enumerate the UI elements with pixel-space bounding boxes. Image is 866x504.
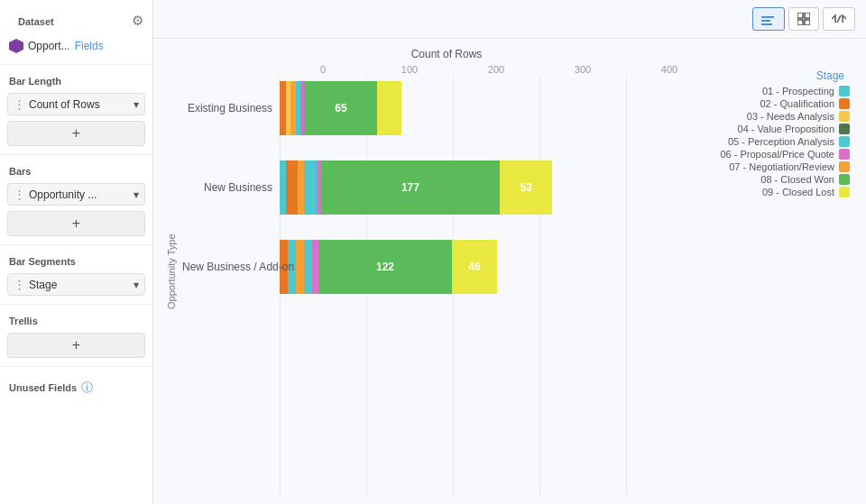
chart-plot: Existing Business65New Business17753New … (180, 77, 713, 495)
legend-item-label: 03 - Needs Analysis (747, 111, 834, 122)
bar-length-text: Count of Rows (29, 98, 132, 111)
legend-color-swatch (839, 86, 850, 96)
legend-color-swatch (839, 161, 850, 172)
trellis-label: Trellis (0, 310, 152, 330)
bar-segment (304, 160, 317, 215)
legend-item-label: 01 - Prospecting (762, 86, 834, 96)
x-tick-0: 0 (280, 64, 366, 75)
toolbar (153, 0, 866, 39)
view-grid-button[interactable] (788, 7, 819, 31)
bar-segment: 65 (304, 81, 377, 135)
svg-rect-4 (805, 13, 810, 18)
x-tick-400: 400 (626, 64, 713, 75)
legend-item: 09 - Closed Lost (720, 187, 850, 197)
x-tick-200: 200 (453, 64, 539, 75)
gear-icon[interactable]: ⚙ (132, 13, 143, 29)
info-icon[interactable]: ⓘ (81, 380, 93, 396)
bar-segments-pill[interactable]: ⋮ Stage ▾ (7, 273, 145, 296)
bar-segment (286, 160, 299, 215)
svg-rect-1 (761, 20, 770, 22)
legend-item: 05 - Perception Analysis (720, 136, 850, 147)
bar-row: Existing Business65 (280, 77, 713, 140)
dataset-label: Dataset (9, 11, 63, 31)
bar-length-label: Bar Length (0, 70, 152, 90)
legend-item-label: 04 - Value Proposition (738, 124, 834, 134)
bars-area: Existing Business65New Business17753New … (180, 77, 713, 495)
bar-length-pill[interactable]: ⋮ Count of Rows ▾ (7, 93, 145, 115)
divider-3 (0, 244, 152, 245)
bar-segments-text: Stage (29, 279, 132, 291)
legend-item: 07 - Negotiation/Review (720, 161, 850, 172)
legend-color-swatch (839, 149, 850, 160)
grid-icon (797, 13, 810, 25)
sidebar-header: Dataset ⚙ (0, 7, 152, 36)
divider-4 (0, 304, 152, 305)
divider-1 (0, 64, 152, 65)
drag-icon-segments: ⋮ (14, 278, 25, 291)
bar-segment: 53 (500, 160, 553, 215)
svg-rect-2 (761, 23, 772, 25)
bar-stack: 12246 (280, 240, 497, 294)
bar-label: New Business / Add-on (182, 261, 272, 273)
bar-segment (304, 240, 312, 294)
bar-segment: 177 (321, 160, 500, 215)
fields-link[interactable]: Fields (75, 40, 104, 52)
bar-segment (296, 240, 304, 294)
divider-2 (0, 154, 152, 155)
legend-item-label: 09 - Closed Lost (762, 187, 834, 197)
arrow-icon-bars: ▾ (134, 188, 139, 201)
legend-color-swatch (839, 136, 850, 147)
bar-stack: 17753 (280, 160, 552, 215)
bar-label: New Business (182, 181, 272, 194)
legend-color-swatch (839, 111, 850, 122)
legend-item: 04 - Value Proposition (720, 124, 850, 134)
legend-item: 06 - Proposal/Price Quote (720, 149, 850, 160)
bar-segment (377, 81, 401, 135)
bars-pill[interactable]: ⋮ Opportunity ... ▾ (7, 183, 145, 206)
legend: Stage 01 - Prospecting02 - Qualification… (713, 48, 857, 495)
legend-color-swatch (839, 124, 850, 134)
view-bar-button[interactable] (752, 7, 785, 31)
svg-rect-6 (805, 20, 810, 25)
view-code-button[interactable] (823, 7, 855, 31)
bar-segment: 122 (318, 240, 453, 294)
chart-container: Opportunity Type Count of Rows 0 100 200… (162, 48, 857, 495)
y-axis-label: Opportunity Type (162, 48, 180, 495)
bars-label: Bars (0, 160, 152, 180)
drag-icon-bars: ⋮ (14, 188, 25, 201)
legend-color-swatch (839, 174, 850, 185)
bar-segment: 46 (452, 240, 497, 294)
legend-color-swatch (839, 98, 850, 109)
add-trellis-button[interactable]: + (7, 333, 145, 358)
chart-area: Opportunity Type Count of Rows 0 100 200… (153, 39, 866, 504)
add-bars-button[interactable]: + (7, 211, 145, 236)
chart-inner: Count of Rows 0 100 200 300 400 (180, 48, 713, 495)
bar-label: Existing Business (182, 102, 272, 115)
svg-rect-5 (797, 20, 803, 25)
bar-segment (280, 160, 286, 215)
legend-color-swatch (839, 187, 850, 197)
x-tick-300: 300 (539, 64, 626, 75)
bar-row: New Business / Add-on12246 (280, 235, 713, 298)
chart-title: Count of Rows (180, 48, 713, 60)
bar-segment (280, 81, 286, 135)
arrow-icon-segments: ▾ (134, 279, 139, 291)
unused-fields-row: Unused Fields ⓘ (0, 372, 152, 399)
add-bar-length-button[interactable]: + (7, 121, 145, 146)
code-icon (832, 13, 846, 25)
svg-rect-0 (761, 16, 774, 18)
drag-icon-bar-length: ⋮ (14, 97, 25, 111)
bar-segment (312, 240, 318, 294)
bar-stack: 65 (280, 81, 401, 135)
legend-item-label: 06 - Proposal/Price Quote (720, 149, 834, 160)
legend-item: 01 - Prospecting (720, 86, 850, 96)
dataset-name: Opport... (28, 40, 70, 52)
legend-item: 02 - Qualification (720, 98, 850, 109)
sidebar: Dataset ⚙ Opport... Fields Bar Length ⋮ … (0, 0, 153, 504)
legend-item: 03 - Needs Analysis (720, 111, 850, 122)
unused-fields-label: Unused Fields (9, 382, 77, 393)
legend-item: 08 - Closed Won (720, 174, 850, 185)
legend-item-label: 02 - Qualification (760, 98, 834, 109)
legend-item-label: 07 - Negotiation/Review (729, 161, 834, 172)
arrow-icon-bar-length: ▾ (134, 98, 139, 111)
